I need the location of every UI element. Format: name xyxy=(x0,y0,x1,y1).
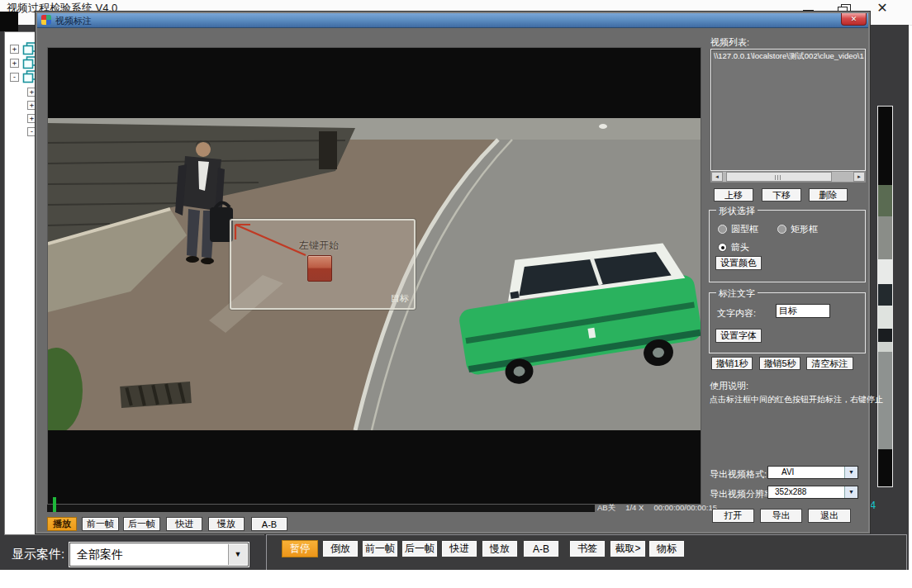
annotation-overlay: 左键开始 目标 xyxy=(230,219,416,310)
playhead-marker[interactable] xyxy=(53,497,56,512)
play-button[interactable]: 播放 xyxy=(47,517,77,531)
export-format-label: 导出视频格式: xyxy=(710,468,767,481)
chevron-down-icon[interactable]: ▼ xyxy=(228,544,247,565)
radio-circle-box[interactable]: 圆型框 xyxy=(718,223,758,235)
set-font-button[interactable]: 设置字体 xyxy=(715,329,762,343)
chevron-down-icon[interactable]: ▼ xyxy=(844,467,857,478)
slow-play-button[interactable]: 慢放 xyxy=(208,517,245,531)
move-up-button[interactable]: 上移 xyxy=(714,188,753,202)
close-icon: ✕ xyxy=(851,15,857,23)
dialog-titlebar[interactable]: 视频标注 ✕ xyxy=(37,13,868,28)
fast-forward-button[interactable]: 快进 xyxy=(166,517,202,531)
case-filter-dropdown[interactable]: 全部案件 ▼ xyxy=(69,543,249,567)
case-filter-label: 显示案件: xyxy=(12,547,64,562)
app-icon xyxy=(41,15,51,25)
slow-play-button[interactable]: 慢放 xyxy=(482,540,518,557)
export-format-dropdown[interactable]: AVI ▼ xyxy=(767,466,858,479)
undo-5s-button[interactable]: 撤销5秒 xyxy=(759,357,800,370)
annotation-text-group: 标注文字 文字内容: 设置字体 xyxy=(709,292,866,353)
text-group-title: 标注文字 xyxy=(716,287,758,300)
background-video-thumbnail xyxy=(877,106,893,487)
radio-icon[interactable] xyxy=(718,225,727,234)
radio-arrow[interactable]: 箭头 xyxy=(718,241,749,254)
fast-forward-button[interactable]: 快进 xyxy=(441,540,477,557)
annotation-start-button[interactable] xyxy=(307,255,332,282)
chevron-down-icon[interactable]: ▼ xyxy=(844,486,857,498)
video-list-label: 视频列表: xyxy=(710,36,749,49)
export-resolution-value: 352x288 xyxy=(775,487,806,496)
speed-status: 1/4 X xyxy=(625,503,644,514)
dialog-title: 视频标注 xyxy=(55,15,92,27)
dialog-close-button[interactable]: ✕ xyxy=(841,13,867,26)
tree-expander[interactable]: + xyxy=(10,45,19,54)
set-color-button[interactable]: 设置颜色 xyxy=(715,256,762,270)
usage-body: 点击标注框中间的红色按钮开始标注，右键停止 xyxy=(710,394,883,405)
background-page-number: 4 xyxy=(870,499,876,511)
undo-1s-button[interactable]: 撤销1秒 xyxy=(711,357,753,370)
clear-annotations-button[interactable]: 清空标注 xyxy=(806,357,853,370)
annotation-tag-text: 目标 xyxy=(391,292,409,305)
tree-expander[interactable]: - xyxy=(10,73,19,82)
usage-title: 使用说明: xyxy=(710,380,748,392)
exit-button[interactable]: 退出 xyxy=(808,509,851,523)
close-icon[interactable]: ✕ xyxy=(874,0,891,17)
main-toolbar: 暂停 倒放 前一帧 后一帧 快进 慢放 A-B 书签 截取> 物标 xyxy=(266,534,907,570)
delete-button[interactable]: 删除 xyxy=(809,188,848,202)
open-button[interactable]: 打开 xyxy=(712,509,754,523)
shape-select-group: 形状选择 圆型框 矩形框 箭头 设置颜色 xyxy=(709,210,866,282)
video-list-scrollbar[interactable]: ◄ ► xyxy=(710,171,866,183)
seek-bar[interactable] xyxy=(47,504,595,512)
next-frame-button[interactable]: 后一帧 xyxy=(123,517,160,531)
bookmark-button[interactable]: 书签 xyxy=(569,540,606,557)
video-annotation-dialog: 视频标注 ✕ xyxy=(36,12,870,533)
export-resolution-label: 导出视频分辨率: xyxy=(710,488,776,500)
annotation-hint-text: 左键开始 xyxy=(299,239,339,253)
scroll-left-icon[interactable]: ◄ xyxy=(711,172,723,182)
prev-frame-button[interactable]: 前一帧 xyxy=(82,517,119,531)
radio-rect-box[interactable]: 矩形框 xyxy=(777,223,818,235)
scroll-right-icon[interactable]: ► xyxy=(853,172,865,182)
ab-status: AB关 xyxy=(597,503,615,514)
reverse-play-button[interactable]: 倒放 xyxy=(322,540,359,557)
radio-selected-icon[interactable] xyxy=(718,243,727,252)
case-filter-value: 全部案件 xyxy=(77,548,123,562)
radio-icon[interactable] xyxy=(777,225,786,234)
next-frame-button[interactable]: 后一帧 xyxy=(401,540,438,557)
capture-button[interactable]: 截取> xyxy=(610,540,646,557)
video-list[interactable]: \\127.0.0.1\localstore\测试002\clue_video\… xyxy=(710,49,866,171)
top-left-strip xyxy=(0,12,18,31)
text-content-label: 文字内容: xyxy=(717,307,756,320)
move-down-button[interactable]: 下移 xyxy=(762,188,801,202)
pause-button[interactable]: 暂停 xyxy=(282,540,318,557)
video-canvas[interactable]: 左键开始 目标 xyxy=(47,47,701,505)
export-resolution-dropdown[interactable]: 352x288 ▼ xyxy=(767,486,858,499)
screen: 视频过程检验系统 V4.0 ✕ + + - + + xyxy=(0,0,912,588)
object-marker-button[interactable]: 物标 xyxy=(648,540,685,557)
export-button[interactable]: 导出 xyxy=(760,509,802,523)
tree-expander[interactable]: + xyxy=(10,59,19,68)
ab-loop-button[interactable]: A-B xyxy=(523,540,559,557)
scrollbar-thumb[interactable] xyxy=(726,172,832,182)
video-list-item[interactable]: \\127.0.0.1\localstore\测试002\clue_video\… xyxy=(714,51,864,62)
ab-loop-button[interactable]: A-B xyxy=(251,517,287,531)
text-content-input[interactable] xyxy=(776,304,830,318)
time-status: 00:00:00/00:00:15 xyxy=(653,503,717,514)
export-format-value: AVI xyxy=(781,467,794,477)
shape-group-title: 形状选择 xyxy=(716,205,758,217)
prev-frame-button[interactable]: 前一帧 xyxy=(362,540,398,557)
